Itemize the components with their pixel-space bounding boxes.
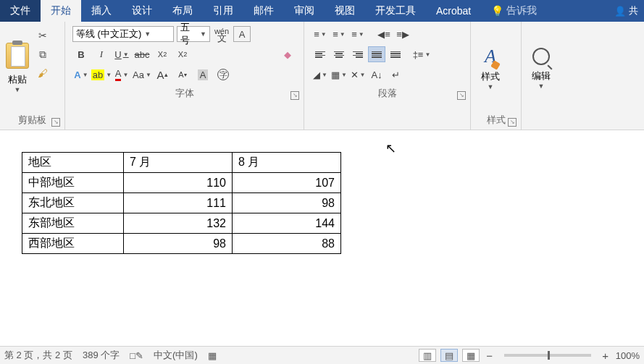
table-header[interactable]: 8 月 [233, 153, 341, 173]
read-mode-button[interactable]: ▥ [419, 349, 436, 362]
change-case-button[interactable]: Aa▼ [133, 67, 151, 82]
hanzi-label: 文 [217, 35, 227, 41]
strikethrough-button[interactable]: abc [133, 46, 151, 62]
share-button[interactable]: 👤共 [609, 0, 644, 22]
shrink-font-button[interactable]: A▾ [174, 67, 191, 82]
font-launcher[interactable]: ↘ [290, 91, 299, 100]
align-justify-button[interactable] [368, 46, 385, 62]
font-size-value: 五号 [180, 21, 197, 47]
underline-button[interactable]: U▼ [113, 46, 130, 62]
table-cell[interactable]: 98 [124, 234, 233, 254]
table-cell[interactable]: 88 [233, 234, 341, 254]
italic-button[interactable]: I [93, 46, 110, 62]
borders-button[interactable]: ▦▼ [330, 67, 348, 82]
align-distribute-button[interactable] [387, 46, 404, 62]
table-row[interactable]: 中部地区 110 107 [22, 173, 341, 193]
language-indicator[interactable]: 中文(中国) [154, 349, 198, 362]
tab-layout[interactable]: 布局 [162, 0, 203, 22]
spellcheck-button[interactable]: □✎ [130, 350, 143, 361]
chevron-down-icon: ▼ [488, 83, 494, 90]
table-row[interactable]: 地区 7 月 8 月 [22, 153, 341, 173]
table-cell[interactable]: 144 [233, 213, 341, 234]
increase-indent-button[interactable]: ≡▶ [394, 26, 411, 42]
table-cell[interactable]: 东部地区 [22, 213, 124, 234]
shading-button[interactable]: ◢▼ [311, 67, 329, 82]
zoom-level[interactable]: 100% [616, 350, 640, 361]
table-cell[interactable]: 西部地区 [22, 234, 124, 254]
table-header[interactable]: 地区 [22, 153, 124, 173]
styles-button[interactable]: A 样式 ▼ [474, 23, 507, 112]
data-table[interactable]: 地区 7 月 8 月 中部地区 110 107 东北地区 111 98 东部地区… [22, 152, 341, 254]
clear-format-button[interactable]: ◆ [279, 46, 296, 62]
tab-home[interactable]: 开始 [41, 0, 81, 22]
subscript-button[interactable]: X2 [154, 46, 171, 62]
superscript-button[interactable]: X2 [174, 46, 191, 62]
char-border-button[interactable]: A [233, 26, 251, 42]
bullets-button[interactable]: ≡▼ [311, 26, 329, 42]
decrease-indent-button[interactable]: ◀≡ [375, 26, 393, 42]
sort-button[interactable]: A↓ [368, 67, 385, 82]
paste-button[interactable]: 粘贴 ▼ [3, 23, 32, 112]
table-cell[interactable]: 132 [124, 213, 233, 234]
show-marks-button[interactable]: ↵ [387, 67, 404, 82]
editing-button[interactable]: 编辑 ▼ [524, 23, 558, 114]
page-indicator[interactable]: 第 2 页，共 2 页 [4, 349, 72, 362]
web-layout-button[interactable]: ▦ [462, 349, 480, 362]
styles-label: 样式 [481, 70, 500, 83]
font-size-combo[interactable]: 五号▼ [177, 26, 210, 42]
multilevel-button[interactable]: ≡▼ [349, 26, 367, 42]
align-center-button[interactable] [330, 46, 348, 62]
tab-design[interactable]: 设计 [122, 0, 162, 22]
word-count[interactable]: 389 个字 [83, 349, 120, 362]
tab-review[interactable]: 审阅 [284, 0, 325, 22]
chevron-down-icon: ▼ [200, 30, 206, 38]
cut-button[interactable]: ✂ [35, 29, 51, 42]
line-spacing-button[interactable]: ‡≡▼ [413, 46, 430, 62]
tab-developer[interactable]: 开发工具 [365, 0, 426, 22]
font-color-button[interactable]: A▼ [113, 67, 130, 82]
enclosed-char-button[interactable]: 字 [214, 67, 232, 82]
print-layout-button[interactable]: ▤ [440, 349, 458, 362]
numbering-button[interactable]: ≡▼ [330, 26, 348, 42]
table-cell[interactable]: 98 [233, 193, 341, 213]
table-cell[interactable]: 中部地区 [22, 173, 124, 193]
table-cell[interactable]: 107 [233, 173, 341, 193]
tab-acrobat[interactable]: Acrobat [426, 0, 481, 22]
table-row[interactable]: 西部地区 98 88 [22, 234, 341, 254]
zoom-in-button[interactable]: + [600, 350, 611, 362]
asian-layout-button[interactable]: ✕▼ [349, 67, 367, 82]
align-left-button[interactable] [311, 46, 329, 62]
bold-button[interactable]: B [72, 46, 90, 62]
zoom-out-button[interactable]: − [484, 350, 495, 362]
clipboard-launcher[interactable]: ↘ [51, 118, 60, 127]
zoom-slider[interactable] [504, 354, 591, 357]
tab-view[interactable]: 视图 [325, 0, 365, 22]
paragraph-launcher[interactable]: ↘ [457, 91, 466, 100]
share-label: 共 [629, 4, 638, 17]
table-row[interactable]: 东部地区 132 144 [22, 213, 341, 234]
tab-references[interactable]: 引用 [203, 0, 243, 22]
format-painter-button[interactable]: 🖌 [35, 67, 51, 80]
table-cell[interactable]: 东北地区 [22, 193, 124, 213]
tab-insert[interactable]: 插入 [81, 0, 122, 22]
styles-launcher[interactable]: ↘ [508, 118, 517, 127]
bucket-icon: ◢ [313, 69, 320, 80]
tab-file[interactable]: 文件 [0, 0, 41, 22]
magnifier-icon [532, 48, 550, 65]
grow-font-button[interactable]: A▴ [154, 67, 171, 82]
tab-mailings[interactable]: 邮件 [243, 0, 284, 22]
document-area[interactable]: ↖ 地区 7 月 8 月 中部地区 110 107 东北地区 111 98 东部… [0, 130, 644, 346]
table-cell[interactable]: 110 [124, 173, 233, 193]
char-shading-button[interactable]: A [194, 67, 212, 82]
phonetic-guide-button[interactable]: wén文 [213, 26, 230, 42]
table-header[interactable]: 7 月 [124, 153, 233, 173]
copy-button[interactable]: ⧉ [35, 48, 51, 61]
table-cell[interactable]: 111 [124, 193, 233, 213]
tell-me[interactable]: 💡告诉我 [481, 0, 547, 22]
macro-button[interactable]: ▦ [208, 350, 217, 361]
text-effects-button[interactable]: A▼ [72, 67, 90, 82]
table-row[interactable]: 东北地区 111 98 [22, 193, 341, 213]
highlight-button[interactable]: ab▼ [93, 67, 110, 82]
font-name-combo[interactable]: 等线 (中文正文)▼ [72, 26, 174, 42]
align-right-button[interactable] [349, 46, 367, 62]
